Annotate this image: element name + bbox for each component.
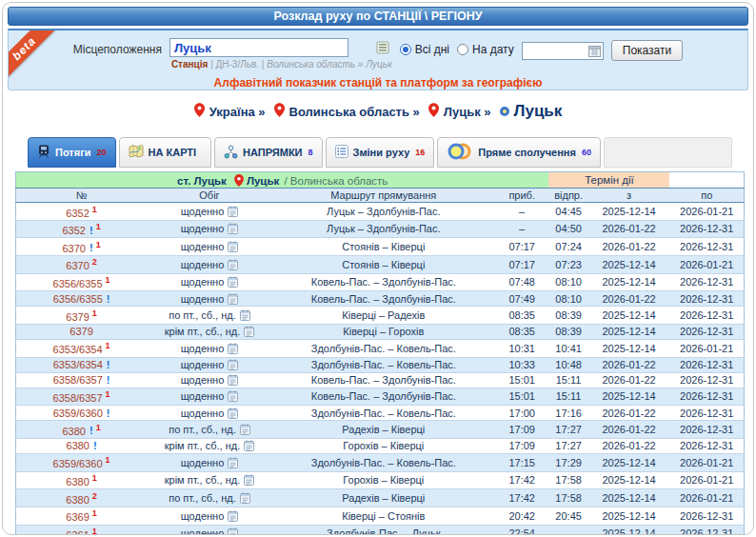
cell-valid-from: 2026-01-22 [588, 406, 670, 421]
calendar-icon[interactable] [228, 259, 238, 270]
breadcrumb-item-city[interactable]: Луцьк » [428, 103, 491, 120]
alpha-link-row: Алфавітний показчик станцій та платформ … [9, 73, 747, 90]
train-number-link[interactable]: 6361 [66, 529, 89, 535]
train-number-link[interactable]: 6369 [66, 511, 89, 523]
calendar-picker-icon[interactable] [588, 44, 601, 61]
cell-valid-from: 2026-01-22 [588, 220, 670, 238]
calendar-icon[interactable] [228, 293, 238, 305]
alphabetical-index-link[interactable]: Алфавітний показчик станцій та платформ … [214, 76, 543, 90]
footnote-number: 1 [92, 527, 97, 535]
table-row: 63521щоденноЛуцьк – Здолбунів-Пас.–04:45… [16, 203, 745, 221]
calendar-icon[interactable] [228, 390, 238, 402]
tab-count: 16 [415, 148, 425, 157]
cell-obih: щоденно [147, 406, 272, 421]
breadcrumb-item-country[interactable]: Україна » [194, 103, 266, 120]
station-name: ст. Луцьк [177, 175, 227, 187]
train-number-link[interactable]: 6359/6360 [53, 408, 103, 419]
location-label: Місцеположення [73, 43, 162, 56]
cell-departure: 20:45 [548, 507, 587, 525]
calendar-icon[interactable] [228, 457, 238, 468]
train-number-link[interactable]: 6380 [66, 493, 89, 505]
table-row: 6356/6355!щоденноКовель-Пас. – Здолбунів… [16, 291, 745, 307]
cell-route: Радехів – Ківерці [272, 421, 495, 439]
tab-direct-connection[interactable]: Пряме сполучення 60 [437, 137, 601, 168]
table-row: 6380!1по пт., сб., нд.Радехів – Ківерці1… [16, 421, 745, 439]
train-number-link[interactable]: 6353/6354 [53, 344, 103, 355]
all-days-radio[interactable]: Всі дні [400, 43, 449, 56]
cell-route: Луцьк – Здолбунів-Пас. [272, 203, 495, 221]
train-number-link[interactable]: 6358/6357 [53, 392, 103, 404]
table-row: 63691щоденноКіверці – Стоянів20:4220:452… [16, 507, 745, 525]
train-number-link[interactable]: 6352 [63, 225, 86, 236]
cell-arrival: 17:09 [495, 438, 549, 453]
tab-count: 8 [308, 148, 313, 157]
train-number-link[interactable]: 6370 [63, 242, 86, 253]
cell-arrival: 10:31 [495, 339, 549, 357]
cell-arrival: 07:17 [495, 238, 549, 256]
calendar-icon[interactable] [228, 241, 238, 252]
cell-obih: щоденно [147, 372, 272, 388]
obih-text: щоденно [181, 259, 225, 270]
tab-on-map[interactable]: НА КАРТІ [119, 137, 212, 168]
calendar-icon[interactable] [240, 309, 250, 321]
calendar-icon[interactable] [244, 440, 254, 451]
tab-trains[interactable]: Потяги 20 [28, 137, 116, 168]
tab-schedule-changes[interactable]: Зміни руху 16 [326, 137, 435, 168]
show-button[interactable]: Показати [611, 40, 683, 61]
train-number-link[interactable]: 6380 [63, 425, 86, 436]
calendar-icon[interactable] [244, 474, 254, 486]
on-date-radio[interactable]: На дату [457, 43, 514, 56]
calendar-icon[interactable] [228, 343, 238, 354]
calendar-icon[interactable] [228, 206, 238, 217]
cell-departure: 08:39 [548, 307, 587, 325]
calendar-icon[interactable] [228, 276, 238, 288]
calendar-icon[interactable] [228, 408, 238, 419]
train-number-link[interactable]: 6380 [67, 440, 90, 451]
train-number-link[interactable]: 6359/6360 [53, 458, 103, 469]
train-number-link[interactable]: 6358/6357 [53, 374, 103, 386]
train-number-link[interactable]: 6353/6354 [53, 359, 103, 370]
cell-obih: крім пт., сб., нд. [147, 324, 272, 339]
train-number-link[interactable]: 6379 [70, 326, 92, 337]
calendar-icon[interactable] [228, 359, 238, 370]
calendar-icon[interactable] [240, 424, 250, 435]
calendar-icon[interactable] [240, 492, 250, 504]
calendar-icon[interactable] [228, 527, 238, 535]
cell-valid-from: 2025-12-14 [588, 307, 670, 325]
tab-directions[interactable]: НАПРЯМКИ 8 [214, 137, 322, 168]
cell-departure: 17:29 [548, 453, 587, 471]
breadcrumb-item-region[interactable]: Волинська область » [274, 103, 420, 120]
train-number-link[interactable]: 6380 [66, 476, 89, 487]
cell-arrival: – [495, 203, 549, 221]
train-number-link[interactable]: 6356/6355 [53, 278, 103, 289]
table-row: 6353/6354!щоденноЗдолбунів-Пас. – Ковель… [16, 357, 745, 372]
cell-train-number: 6358/6357! [16, 372, 148, 388]
term-header-cell: Термін дії [548, 172, 669, 189]
calendar-icon[interactable] [228, 374, 238, 386]
calendar-icon[interactable] [228, 510, 238, 522]
station-header-row: ст. ЛуцькЛуцьк / Волинська область Термі… [16, 172, 745, 189]
cell-departure: 17:58 [548, 471, 587, 489]
station-city-link[interactable]: Луцьк [247, 175, 279, 187]
cell-train-number: 6380!1 [16, 421, 148, 439]
date-field-wrap [522, 41, 604, 60]
station-select-icon[interactable] [376, 41, 389, 58]
cell-obih: по пт., сб., нд. [147, 489, 272, 507]
cell-valid-to: 2026-01-21 [669, 255, 744, 273]
calendar-icon[interactable] [228, 223, 238, 234]
cell-train-number: 63791 [16, 307, 148, 325]
train-number-link[interactable]: 6379 [66, 310, 89, 322]
obih-text: щоденно [181, 343, 225, 354]
cell-valid-to: 2026-12-31 [669, 238, 744, 256]
footnote-number: 1 [92, 473, 97, 483]
location-input[interactable] [169, 38, 348, 57]
page-title: Розклад руху по СТАНЦІЇ \ РЕГІОНУ [273, 10, 482, 23]
calendar-icon[interactable] [244, 326, 254, 337]
cell-route: Здолбунів-Пас. – Ковель-Пас. [272, 453, 495, 471]
train-number-link[interactable]: 6352 [66, 207, 89, 218]
cell-obih: щоденно [147, 291, 272, 307]
train-number-link[interactable]: 6356/6355 [53, 293, 103, 305]
table-row: 6352!1щоденноЛуцьк – Здолбунів-Пас.–04:5… [16, 220, 745, 238]
train-number-link[interactable]: 6370 [66, 260, 89, 271]
cell-valid-to: 2026-12-31 [669, 388, 744, 406]
